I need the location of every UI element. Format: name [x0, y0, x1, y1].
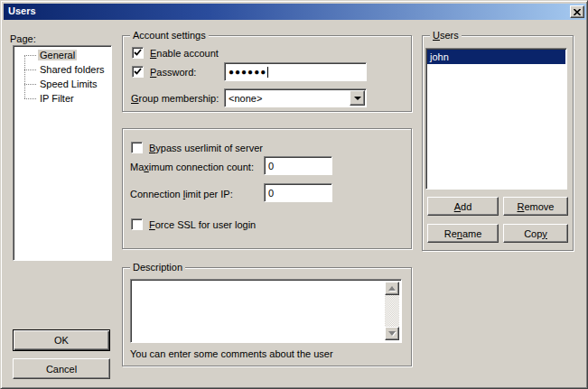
connection-limit-per-ip-input[interactable]: 0 — [264, 183, 332, 202]
bypass-userlimit-label: Bypass userlimit of server — [149, 143, 263, 154]
account-settings-title: Account settings — [130, 30, 209, 42]
enable-account-label: Enable account — [150, 48, 219, 60]
ok-button[interactable]: OK — [13, 329, 110, 351]
checkmark-icon — [134, 68, 142, 76]
group-membership-label: Group membership: — [131, 93, 219, 105]
combo-dropdown-button[interactable] — [350, 90, 365, 106]
copy-button[interactable]: Copy — [503, 224, 568, 243]
connection-limit-per-ip-label: Connection limit per IP: — [130, 189, 233, 200]
page-tree[interactable]: General Shared folders Speed Limits IP F… — [13, 45, 112, 261]
tree-item-shared-folders[interactable]: Shared folders — [14, 62, 111, 77]
titlebar[interactable]: Users — [4, 4, 586, 20]
tree-item-speed-limits[interactable]: Speed Limits — [14, 77, 111, 91]
window-title: Users — [8, 5, 36, 16]
cancel-button[interactable]: Cancel — [13, 358, 110, 379]
remove-button[interactable]: Remove — [503, 197, 568, 216]
scroll-down-button[interactable] — [385, 327, 399, 340]
chevron-down-icon — [354, 97, 361, 100]
page-label: Page: — [10, 33, 36, 45]
rename-button[interactable]: Rename — [427, 224, 499, 243]
password-label: Password: — [150, 67, 196, 79]
close-button[interactable] — [570, 5, 584, 18]
scroll-up-button[interactable] — [385, 282, 399, 295]
users-group-title: Users — [430, 30, 462, 42]
list-item-john[interactable]: john — [427, 50, 565, 64]
connection-limit-per-ip-value: 0 — [268, 188, 274, 199]
add-button[interactable]: Add — [427, 197, 499, 216]
users-dialog: Users Page: General Shared folders Speed… — [0, 0, 588, 389]
users-listbox[interactable]: john — [425, 48, 567, 190]
arrow-down-icon — [388, 331, 396, 336]
password-checkbox[interactable] — [132, 66, 144, 78]
max-connection-count-value: 0 — [268, 161, 274, 171]
arrow-up-icon — [388, 286, 396, 291]
force-ssl-checkbox[interactable] — [131, 218, 143, 230]
description-title: Description — [130, 262, 185, 273]
password-masked-value: ●●●●●● — [229, 67, 266, 77]
tree-item-ip-filter[interactable]: IP Filter — [14, 91, 111, 106]
tree-item-general[interactable]: General — [14, 48, 111, 62]
password-input[interactable]: ●●●●●● — [224, 62, 367, 81]
description-hint: You can enter some comments about the us… — [130, 348, 333, 360]
close-icon — [574, 9, 581, 15]
description-scrollbar[interactable] — [385, 282, 399, 340]
force-ssl-label: Force SSL for user login — [149, 219, 256, 231]
max-connection-count-input[interactable]: 0 — [264, 156, 332, 175]
max-connection-count-label: Maximum connection count: — [130, 162, 254, 173]
checkmark-icon — [134, 49, 142, 57]
bypass-userlimit-checkbox[interactable] — [131, 142, 143, 153]
text-caret — [267, 67, 268, 78]
group-membership-value: <none> — [229, 93, 262, 104]
description-textarea[interactable] — [130, 279, 402, 343]
enable-account-checkbox[interactable] — [132, 47, 144, 59]
group-membership-select[interactable]: <none> — [224, 88, 367, 107]
